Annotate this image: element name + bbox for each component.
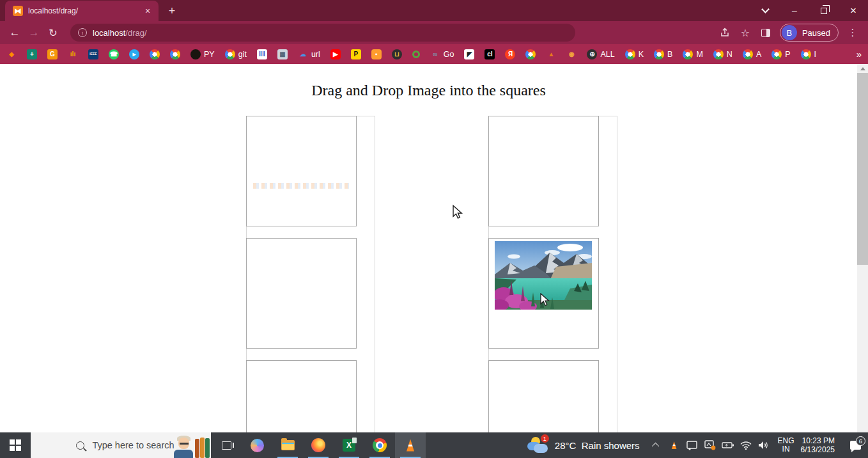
bookmark-item[interactable]: ▪ [371, 49, 382, 59]
bookmark-item[interactable]: ◉ [566, 49, 577, 59]
bookmark-item[interactable]: P [771, 49, 790, 59]
restore-button[interactable] [809, 0, 839, 21]
bookmark-item[interactable]: ☎ [109, 49, 119, 59]
bookmark-item[interactable]: ılı [68, 49, 78, 59]
sheets-icon: + [27, 49, 37, 59]
bookmarks-overflow-chevron-icon[interactable]: » [856, 49, 862, 59]
bookmark-item[interactable]: I [801, 49, 816, 59]
movie-cam-icon: ▪ [371, 49, 382, 59]
bookmark-item[interactable]: ▲ [546, 49, 556, 59]
scrollbar-up-arrow-icon[interactable] [857, 64, 868, 73]
close-button[interactable]: × [839, 0, 868, 21]
bookmark-item[interactable]: B [654, 49, 672, 59]
chrome-taskbar-button[interactable] [364, 432, 395, 458]
weather-condition: Rain showers [582, 440, 640, 451]
back-button[interactable]: ← [5, 24, 24, 42]
kite-icon: ◈ [6, 49, 17, 59]
bookmark-item[interactable]: ☁url [298, 49, 320, 59]
profile-button[interactable]: B Paused [780, 24, 839, 42]
bookmark-item[interactable]: A [743, 49, 761, 59]
share-icon[interactable] [715, 24, 735, 42]
reload-button[interactable]: ↻ [43, 24, 63, 42]
bookmark-item[interactable]: ◈ [6, 49, 17, 59]
task-view-taskbar-button[interactable] [211, 432, 242, 458]
bookmark-item[interactable]: ⊔ [392, 49, 402, 59]
bookmark-item[interactable]: ▸ [129, 49, 139, 59]
bookmark-item[interactable] [150, 49, 160, 59]
clock[interactable]: 10:23 PM 6/13/2025 [801, 436, 835, 454]
side-panel-icon[interactable] [756, 24, 776, 42]
drop-square[interactable] [246, 360, 357, 432]
excel-taskbar-button[interactable]: X [334, 432, 364, 458]
page-scrollbar[interactable] [857, 64, 868, 432]
page-title: Drag and Drop Image into the squares [0, 82, 857, 99]
bookmark-item[interactable] [525, 49, 536, 59]
drop-square[interactable] [488, 238, 599, 349]
start-button[interactable] [0, 432, 31, 458]
forward-button[interactable]: → [24, 24, 43, 42]
battery-icon[interactable] [720, 432, 736, 458]
bookmark-item[interactable]: ⊕ALL [587, 49, 614, 59]
bookmark-item[interactable]: K [625, 49, 644, 59]
cast-icon[interactable] [685, 432, 700, 458]
bookmark-item[interactable] [412, 51, 420, 58]
bookmark-item[interactable]: IEEE [88, 49, 98, 59]
address-bar[interactable]: i localhost/drag/ [70, 24, 575, 42]
bookmark-item[interactable] [170, 49, 180, 59]
weather-widget[interactable]: 1 28°C Rain showers [527, 436, 640, 455]
bookmark-item[interactable]: Я [505, 49, 515, 59]
search-daily-art [171, 432, 211, 458]
clock-time: 10:23 PM [801, 436, 835, 445]
tab-close-icon[interactable]: × [142, 5, 153, 17]
excel-icon: X [343, 439, 355, 452]
bookmark-item[interactable]: + [27, 49, 37, 59]
scrollbar-thumb[interactable] [857, 73, 868, 265]
whatsapp-icon: ☎ [109, 49, 119, 59]
menu-kebab-icon[interactable]: ⋮ [842, 24, 863, 42]
vlc-mini-icon[interactable] [667, 432, 682, 458]
wifi-icon[interactable] [738, 432, 754, 458]
taskbar-search-input[interactable]: Type here to search [31, 432, 211, 458]
search-placeholder: Type here to search [92, 440, 174, 450]
url-text[interactable]: localhost/drag/ [93, 28, 147, 38]
firefox-taskbar-button[interactable] [303, 432, 334, 458]
globe-icon: ⊕ [587, 49, 597, 59]
tab-search-chevron-icon[interactable] [750, 0, 780, 21]
bookmark-item[interactable]: N [713, 49, 732, 59]
eye-icon: ◉ [566, 49, 577, 59]
file-explorer-taskbar-button[interactable] [272, 432, 303, 458]
bookmark-item[interactable]: ∞Go [430, 49, 454, 59]
vlc-taskbar-button[interactable] [395, 432, 426, 458]
bookmark-item[interactable]: P [351, 49, 361, 59]
bookmark-item[interactable]: PY [190, 49, 215, 59]
bookmark-item[interactable]: ◤ [464, 49, 474, 59]
green-ring-icon [412, 51, 420, 58]
drop-column-left [246, 116, 375, 432]
browser-tab[interactable]: ⧓ localhost/drag/ × [5, 1, 159, 21]
drop-square[interactable] [488, 360, 599, 432]
chevron-up-icon[interactable] [649, 432, 664, 458]
drop-square[interactable] [246, 238, 357, 349]
volume-icon[interactable] [756, 432, 771, 458]
drop-column-right [488, 116, 617, 432]
language-indicator[interactable]: ENGIN [778, 437, 794, 454]
drop-square[interactable] [488, 116, 599, 226]
copilot-taskbar-button[interactable] [242, 432, 272, 458]
notification-center-button[interactable]: 6 [842, 441, 868, 450]
bookmark-item[interactable]: ▶ [330, 49, 341, 59]
google-icon [150, 49, 160, 59]
bookmark-item[interactable]: ‖‖ [257, 49, 267, 59]
new-tab-button[interactable]: + [165, 4, 179, 18]
bookmark-item[interactable]: cl [484, 49, 495, 59]
bookmark-item[interactable]: M [683, 49, 702, 59]
site-info-icon[interactable]: i [78, 28, 87, 37]
bookmark-item[interactable]: ▦ [277, 49, 288, 59]
drop-square[interactable] [246, 116, 357, 226]
bookmark-star-icon[interactable]: ☆ [735, 24, 756, 42]
screen-share-icon[interactable] [702, 432, 718, 458]
google-icon [225, 49, 235, 59]
google-icon [170, 49, 180, 59]
bookmark-item[interactable]: G [47, 49, 58, 59]
minimize-button[interactable]: – [780, 0, 809, 21]
bookmark-item[interactable]: git [225, 49, 247, 59]
